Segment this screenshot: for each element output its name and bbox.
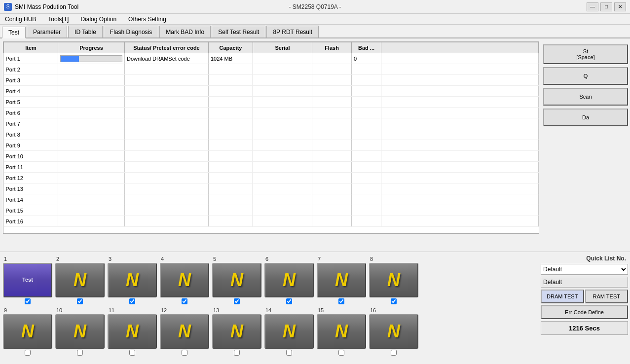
port-checkbox-12[interactable] [182, 350, 187, 356]
cell-item: Port 14 [4, 194, 58, 205]
tab-id-table[interactable]: ID Table [68, 26, 103, 37]
port-checkbox-9[interactable] [25, 350, 31, 356]
port-number-label: 9 [4, 307, 7, 313]
cell-bad [352, 183, 381, 194]
port-number-label: 8 [370, 256, 373, 262]
table-row: Port 1Download DRAMSet code1024 MB0 [4, 53, 539, 64]
cell-progress [58, 194, 125, 205]
cell-status [125, 118, 209, 129]
port-item-14: 14N [264, 307, 314, 356]
cell-progress [58, 97, 125, 108]
port-number-label: 6 [265, 256, 268, 262]
port-checkbox-13[interactable] [234, 350, 240, 356]
port-checkbox-6[interactable] [286, 298, 292, 304]
minimize-button[interactable]: — [587, 2, 598, 11]
cell-progress [58, 205, 125, 216]
port-button-12[interactable]: N [160, 314, 209, 349]
tab-mark-bad-info[interactable]: Mark BAD Info [159, 26, 211, 37]
maximize-button[interactable]: □ [600, 2, 612, 11]
cell-item: Port 2 [4, 64, 58, 75]
cell-flash [312, 162, 352, 173]
port-checkbox-14[interactable] [286, 350, 292, 356]
table-row: Port 15 [4, 205, 539, 216]
scan-button[interactable]: Scan [543, 88, 628, 106]
port-button-6[interactable]: N [264, 263, 314, 297]
port-button-7[interactable]: N [317, 263, 366, 297]
port-button-1[interactable]: Test [3, 263, 52, 297]
cell-progress [58, 64, 125, 75]
menu-others-setting[interactable]: Others Setting [125, 15, 169, 24]
port-checkbox-5[interactable] [234, 298, 240, 304]
cell-capacity [209, 205, 253, 216]
port-checkbox-15[interactable] [338, 350, 344, 356]
cell-progress [58, 86, 125, 97]
port-item-1: 1Test [3, 256, 52, 304]
port-button-4[interactable]: N [160, 263, 209, 297]
port-checkbox-3[interactable] [129, 298, 135, 304]
q-button[interactable]: Q [543, 67, 628, 85]
tab-parameter[interactable]: Parameter [27, 26, 67, 37]
port-checkbox-4[interactable] [182, 298, 187, 304]
port-button-10[interactable]: N [55, 314, 105, 349]
cell-status [125, 129, 209, 140]
cell-progress [58, 183, 125, 194]
cell-flash [312, 75, 352, 86]
table-row: Port 13 [4, 183, 539, 194]
port-checkbox-10[interactable] [77, 350, 83, 356]
cell-status [125, 162, 209, 173]
port-button-11[interactable]: N [108, 314, 157, 349]
port-button-15[interactable]: N [317, 314, 366, 349]
port-n-label: N [230, 321, 243, 342]
port-button-3[interactable]: N [108, 263, 157, 297]
port-checkbox-2[interactable] [77, 298, 83, 304]
table-row: Port 8 [4, 129, 539, 140]
cell-rest [381, 205, 539, 216]
port-checkbox-11[interactable] [129, 350, 135, 356]
err-code-button[interactable]: Err Code Define [541, 305, 628, 319]
da-button[interactable]: Da [543, 109, 628, 126]
close-button[interactable]: ✕ [614, 2, 626, 11]
port-checkbox-16[interactable] [391, 350, 397, 356]
tab-flash-diagnosis[interactable]: Flash Diagnosis [104, 26, 158, 37]
port-button-14[interactable]: N [264, 314, 314, 349]
col-header-rest [381, 42, 539, 53]
port-item-2: 2N [55, 256, 105, 304]
menu-tools[interactable]: Tools[T] [45, 15, 72, 24]
menu-dialog-option[interactable]: Dialog Option [77, 15, 119, 24]
port-checkbox-1[interactable] [25, 298, 31, 304]
dram-test-button[interactable]: DRAM TEST [541, 290, 584, 303]
cell-item: Port 1 [4, 53, 58, 64]
tab-self-test-result[interactable]: Self Test Result [212, 26, 265, 37]
port-button-5[interactable]: N [212, 263, 261, 297]
cell-bad [352, 205, 381, 216]
cell-rest [381, 194, 539, 205]
port-button-13[interactable]: N [212, 314, 261, 349]
port-checkbox-7[interactable] [338, 298, 344, 304]
port-button-8[interactable]: N [369, 263, 418, 297]
cell-flash [312, 183, 352, 194]
menu-config-hub[interactable]: Config HUB [2, 15, 39, 24]
port-btn-label: Test [22, 277, 33, 283]
port-button-16[interactable]: N [369, 314, 418, 349]
port-item-10: 10N [55, 307, 105, 356]
port-item-8: 8N [369, 256, 418, 304]
cell-bad [352, 216, 381, 227]
port-checkbox-8[interactable] [391, 298, 397, 304]
col-header-progress: Progress [58, 42, 125, 53]
quick-list-dropdown[interactable]: Default [541, 264, 628, 275]
cell-capacity [209, 86, 253, 97]
table-body: Port 1Download DRAMSet code1024 MB0Port … [4, 53, 539, 227]
port-number-label: 11 [109, 307, 114, 313]
cell-flash [312, 118, 352, 129]
port-number-label: 3 [109, 256, 111, 262]
ram-test-button[interactable]: RAM TEST [585, 290, 629, 303]
start-button[interactable]: St [Space] [543, 44, 628, 64]
cell-item: Port 15 [4, 205, 58, 216]
quick-action-row: DRAM TEST RAM TEST [541, 290, 628, 303]
tab-test[interactable]: Test [2, 27, 26, 38]
port-button-9[interactable]: N [3, 314, 52, 349]
tab-8p-rdt-result[interactable]: 8P RDT Result [266, 26, 319, 37]
cell-bad [352, 194, 381, 205]
cell-rest [381, 53, 539, 64]
port-button-2[interactable]: N [55, 263, 105, 297]
